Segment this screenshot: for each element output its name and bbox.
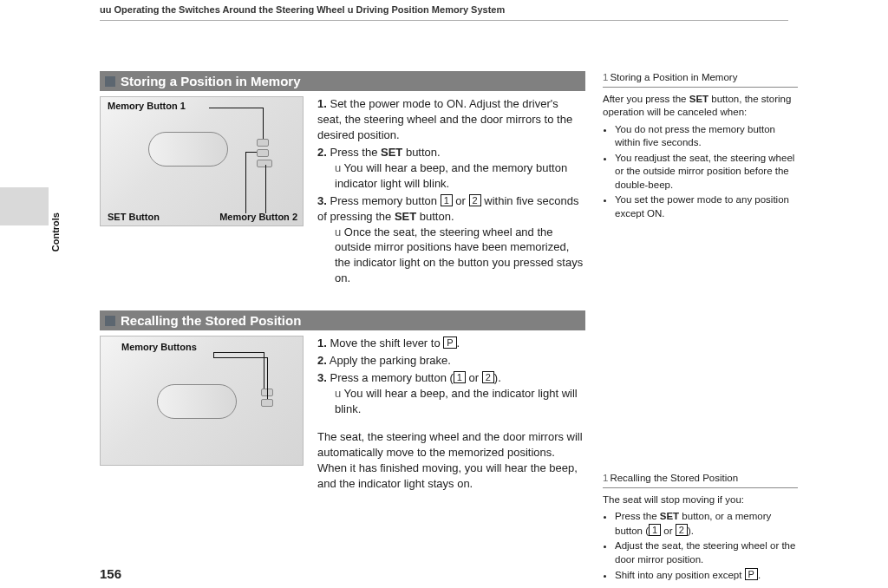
boxed-2: 2 [676,524,688,536]
step-text: Press the [330,146,381,159]
sidebar-list-2: Press the SET button, or a memory button… [603,510,798,583]
step-text: Apply the parking brake. [330,354,451,367]
header-prefix: uu [100,4,111,15]
step-num: 2. [317,146,327,159]
boxed-1: 1 [441,194,453,206]
t: Press the [615,511,660,521]
side-tab [0,187,49,225]
list-item: You readjust the seat, the steering whee… [615,152,798,193]
boxed-p: P [745,568,758,580]
list-item: Shift into any position except P. [615,568,798,583]
list-item: You do not press the memory button withi… [615,123,798,150]
section2-paragraph: The seat, the steering wheel and the doo… [317,429,585,492]
callout-set-button: SET Button [108,212,160,222]
running-header: uu Operating the Switches Around the Ste… [100,4,788,21]
sidebar-prefix: 1 [603,72,608,82]
sidebar-lead-1: After you press the SET button, the stor… [603,93,798,120]
t: . [758,570,761,580]
t: After you press the [603,94,689,104]
step-text: ). [494,371,501,384]
callout-memory-buttons: Memory Buttons [121,342,197,352]
boxed-2: 2 [469,194,481,206]
step-num: 3. [317,194,327,207]
step-1: 1. Set the power mode to ON. Adjust the … [317,96,585,143]
step-text: . [457,336,460,350]
illustration-door-panel: Memory Button 1 SET Button Memory Button… [100,96,304,226]
sidebar-heading-2: 1Recalling the Stored Position [603,472,798,488]
step-3-sub: Once the seat, the steering wheel and th… [335,225,585,287]
sidebar-bold: SET [689,94,708,104]
illustration-door-panel-2: Memory Buttons [100,336,304,466]
sidebar-heading-1: 1Storing a Position in Memory [603,71,798,88]
sidebar-note-recalling: 1Recalling the Stored Position The seat … [603,472,798,583]
list-item: Adjust the seat, the steering wheel or t… [615,539,798,566]
page-number: 156 [100,566,121,581]
step-text: or [466,371,482,384]
boxed-p: P [443,336,456,349]
section2-heading: Recalling the Stored Position [100,310,585,330]
boxed-1: 1 [454,371,466,383]
header-sep: u [348,4,354,15]
heading-marker-icon [105,76,115,87]
sidebar-bold: SET [660,511,679,521]
step-3-sub: You will hear a beep, and the indicator … [335,386,585,417]
sidebar-prefix: 1 [603,473,608,483]
boxed-2: 2 [482,371,494,383]
t: Shift into any position except [615,570,745,580]
heading-marker-icon [105,316,115,326]
step-text: or [453,194,469,207]
step-2: 2. Press the SET button. You will hear a… [317,145,585,192]
side-tab-label: Controls [50,212,61,252]
t: ). [688,526,694,536]
t: or [661,526,676,536]
figure-recalling: Memory Buttons [100,336,304,466]
sidebar-note-storing: 1Storing a Position in Memory After you … [603,71,798,220]
section1-steps: 1. Set the power mode to ON. Adjust the … [317,96,585,288]
step-text: Press a memory button ( [330,371,453,384]
step-num: 1. [317,336,327,350]
list-item: You set the power mode to any position e… [615,193,798,220]
main-column: Storing a Position in Memory [100,71,585,526]
step-num: 3. [317,371,327,384]
step-text: Press memory button [330,194,440,207]
step-text: Set the power mode to ON. Adjust the dri… [317,97,572,141]
step-2: 2. Apply the parking brake. [317,353,585,369]
sidebar-list-1: You do not press the memory button withi… [603,123,798,221]
page: uu Operating the Switches Around the Ste… [0,0,888,588]
section1-heading: Storing a Position in Memory [100,71,585,91]
section2-body: Memory Buttons 1. Move the shift lever t… [100,336,585,502]
sidebar-heading-text: Storing a Position in Memory [610,72,737,82]
sidebar-heading-text: Recalling the Stored Position [610,473,738,483]
header-part1: Operating the Switches Around the Steeri… [114,4,345,15]
boxed-1: 1 [649,524,661,536]
section1-heading-text: Storing a Position in Memory [121,74,301,88]
step-2-sub: You will hear a beep, and the memory but… [335,160,585,192]
step-1: 1. Move the shift lever to P. [317,336,585,351]
figure-storing: Memory Button 1 SET Button Memory Button… [100,96,304,226]
header-part2: Driving Position Memory System [356,4,505,15]
callout-memory-button-2: Memory Button 2 [219,212,297,222]
step-num: 1. [317,97,327,110]
step-num: 2. [317,354,327,367]
sidebar-column: 1Storing a Position in Memory After you … [603,71,798,585]
sidebar-lead-2: The seat will stop moving if you: [603,493,798,507]
step-text: button. [416,210,454,223]
section1-body: Memory Button 1 SET Button Memory Button… [100,96,585,288]
section2-heading-text: Recalling the Stored Position [121,313,301,328]
step-text: Move the shift lever to [330,336,443,350]
step-3: 3. Press memory button 1 or 2 within fiv… [317,193,585,287]
step-text: button. [402,146,440,159]
section2-steps: 1. Move the shift lever to P. 2. Apply t… [317,336,585,502]
callout-memory-button-1: Memory Button 1 [108,101,186,111]
step-bold: SET [395,210,416,223]
step-3: 3. Press a memory button (1 or 2). You w… [317,370,585,417]
step-bold: SET [381,146,402,159]
list-item: Press the SET button, or a memory button… [615,510,798,538]
